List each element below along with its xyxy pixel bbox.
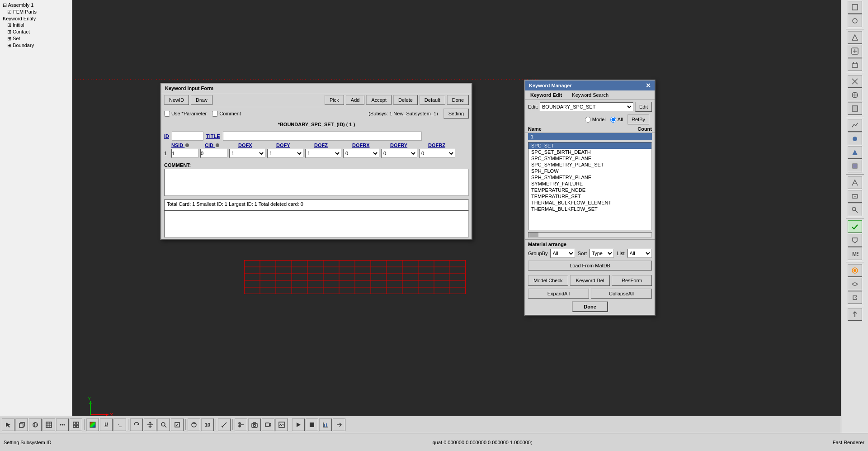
bot-color-btn[interactable]: [86, 418, 99, 431]
toolbar-btn-15[interactable]: [848, 204, 862, 216]
nsid-input[interactable]: [171, 149, 198, 158]
toolbar-btn-8[interactable]: [848, 102, 862, 115]
tree-item-boundary[interactable]: ⊞ Boundary: [2, 42, 70, 49]
km-list-item-spc-set-birth[interactable]: SPC_SET_BIRTH_DEATH: [528, 149, 651, 155]
bot-dot-underscore[interactable]: ·_: [113, 418, 126, 431]
radio-all[interactable]: [610, 117, 616, 123]
toolbar-btn-11[interactable]: [848, 146, 862, 159]
bot-zoom-btn[interactable]: [157, 418, 170, 431]
toolbar-btn-1[interactable]: [848, 1, 862, 14]
bot-underline-btn[interactable]: U: [100, 418, 113, 431]
cid-header[interactable]: CID: [205, 142, 236, 148]
use-parameter-checkbox[interactable]: [164, 111, 170, 117]
km-refby-button[interactable]: RefBy: [627, 114, 649, 124]
cid-input[interactable]: [200, 149, 227, 158]
tab-keyword-search[interactable]: Keyword Search: [567, 90, 613, 100]
bot-mesh-btn[interactable]: [42, 418, 55, 431]
done-button[interactable]: Done: [447, 95, 469, 105]
bot-dots-btn[interactable]: [56, 418, 69, 431]
bot-measure-btn[interactable]: [218, 418, 231, 431]
bot-camera-btn[interactable]: [248, 418, 261, 431]
bot-cursor-btn[interactable]: [2, 418, 14, 431]
dofx-select[interactable]: 102: [229, 149, 265, 158]
km-list-item-sph-flow[interactable]: SPH_FLOW: [528, 168, 651, 174]
groupby-select[interactable]: All: [550, 249, 575, 258]
bot-play-btn[interactable]: [292, 418, 305, 431]
radio-model-label[interactable]: Model: [585, 117, 606, 123]
bot-chart-btn[interactable]: [319, 418, 332, 431]
toolbar-btn-9[interactable]: [848, 119, 862, 132]
toolbar-btn-20[interactable]: [848, 278, 862, 290]
keyword-del-button[interactable]: Keyword Del: [570, 275, 610, 286]
default-button[interactable]: Default: [420, 95, 445, 105]
id-input[interactable]: [172, 132, 203, 141]
radio-all-label[interactable]: All: [610, 117, 623, 123]
bot-arrow-btn[interactable]: [333, 418, 345, 431]
bot-cube-btn[interactable]: [15, 418, 28, 431]
toolbar-btn-4[interactable]: [848, 45, 862, 57]
comment-textarea[interactable]: [164, 169, 469, 196]
bot-stop-btn[interactable]: [306, 418, 318, 431]
bot-image-btn[interactable]: [275, 418, 288, 431]
nsid-header[interactable]: NSID: [171, 142, 203, 148]
accept-button[interactable]: Accept: [366, 95, 392, 105]
km-keyword-list[interactable]: SPC_SET SPC_SET_BIRTH_DEATH SPC_SYMMETRY…: [528, 142, 652, 230]
toolbar-btn-18[interactable]: MS: [848, 247, 862, 260]
toolbar-btn-14[interactable]: [848, 190, 862, 203]
toolbar-btn-16[interactable]: [848, 220, 862, 233]
bot-fit-btn[interactable]: [171, 418, 184, 431]
status-scroll-area[interactable]: [164, 210, 469, 237]
km-list-item-spc-symmetry-plane-set[interactable]: SPC_SYMMETRY_PLANE_SET: [528, 161, 651, 168]
pick-button[interactable]: Pick: [325, 95, 344, 105]
toolbar-btn-2[interactable]: [848, 14, 862, 27]
bot-pan-btn[interactable]: [144, 418, 156, 431]
expand-all-button[interactable]: ExpandAll: [528, 289, 589, 299]
tree-item-keyword-entity[interactable]: Keyword Entity: [2, 15, 70, 22]
new-id-button[interactable]: NewID: [164, 95, 189, 105]
add-button[interactable]: Add: [346, 95, 365, 105]
km-selected-row[interactable]: 1: [528, 133, 652, 140]
dofx-header[interactable]: DOFX: [238, 142, 274, 148]
load-from-matdb-button[interactable]: Load From MatDB: [528, 261, 652, 271]
dofry-header[interactable]: DOFRY: [390, 142, 426, 148]
dofrz-header[interactable]: DOFRZ: [428, 142, 464, 148]
dofry-select[interactable]: 012: [381, 149, 417, 158]
bot-record-btn[interactable]: [262, 418, 274, 431]
comment-label[interactable]: Comment: [212, 111, 241, 117]
toolbar-btn-12[interactable]: [848, 160, 862, 172]
km-edit-button[interactable]: Edit: [635, 102, 652, 112]
resform-button[interactable]: ResForm: [612, 275, 652, 286]
tab-keyword-edit[interactable]: Keyword Edit: [525, 90, 567, 100]
km-list-item-temperature-node[interactable]: TEMPERATURE_NODE: [528, 187, 651, 193]
toolbar-btn-22[interactable]: [848, 308, 862, 321]
tree-item-set[interactable]: ⊞ Set: [2, 35, 70, 42]
tree-item-fem-parts[interactable]: ☑ FEM Parts: [2, 9, 70, 15]
km-done-button[interactable]: Done: [572, 301, 608, 312]
draw-button[interactable]: Draw: [191, 95, 212, 105]
toolbar-btn-17[interactable]: [848, 234, 862, 247]
bot-rotate-btn[interactable]: [130, 418, 143, 431]
km-list-item-thermal-bulkflow-set[interactable]: THERMAL_BULKFLOW_SET: [528, 206, 651, 212]
list-select[interactable]: All: [627, 249, 652, 258]
dofrx-select[interactable]: 012: [343, 149, 379, 158]
km-close-button[interactable]: ✕: [646, 82, 651, 89]
dofrz-select[interactable]: 012: [419, 149, 455, 158]
km-h-scrollbar[interactable]: [528, 232, 652, 237]
km-list-item-spc-set[interactable]: SPC_SET: [528, 142, 651, 149]
km-list-item-temperature-set[interactable]: TEMPERATURE_SET: [528, 193, 651, 199]
toolbar-btn-7[interactable]: [848, 89, 862, 101]
setting-button[interactable]: Setting: [443, 109, 469, 119]
bot-rotate2-btn[interactable]: [188, 418, 200, 431]
toolbar-btn-19[interactable]: [848, 264, 862, 277]
comment-checkbox[interactable]: [212, 111, 218, 117]
bot-number-btn[interactable]: 10: [201, 418, 214, 431]
toolbar-btn-21[interactable]: [848, 291, 862, 304]
km-list-item-sph-symmetry-plane[interactable]: SPH_SYMMETRY_PLANE: [528, 174, 651, 180]
dofy-select[interactable]: 102: [267, 149, 303, 158]
dofrx-header[interactable]: DOFRX: [352, 142, 388, 148]
collapse-all-button[interactable]: CollapseAll: [591, 289, 652, 299]
delete-button[interactable]: Delete: [393, 95, 418, 105]
km-list-item-spc-symmetry-plane[interactable]: SPC_SYMMETRY_PLANE: [528, 155, 651, 161]
dofy-header[interactable]: DOFY: [276, 142, 312, 148]
title-input[interactable]: [223, 132, 422, 141]
